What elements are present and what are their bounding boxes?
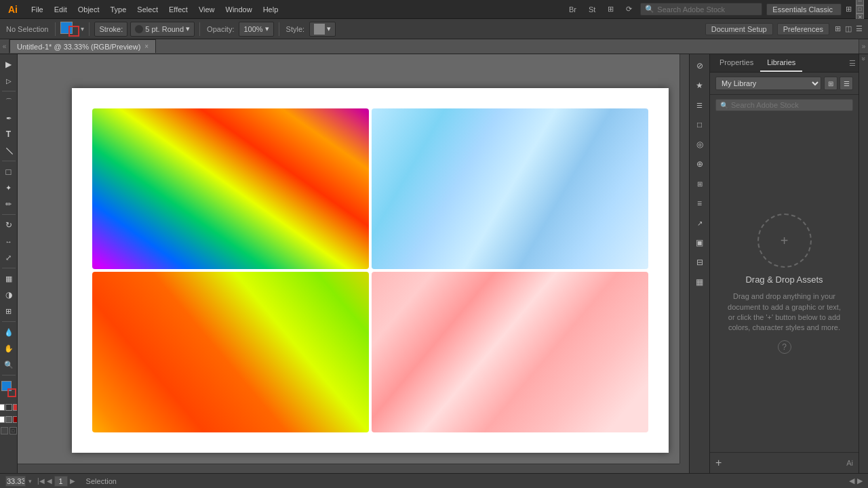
mode-swatch-3[interactable] xyxy=(13,416,18,423)
scatter-panel-icon[interactable]: ⊕ xyxy=(691,155,709,173)
zoom-tool[interactable]: 🔍 xyxy=(1,357,16,372)
typekit-button[interactable]: St xyxy=(585,4,599,15)
screen-mode-2[interactable]: □ xyxy=(9,427,17,434)
libraries-tab[interactable]: Libraries xyxy=(760,54,802,72)
hand-tool[interactable]: ✋ xyxy=(1,341,16,356)
artboard-panel-icon[interactable]: ▣ xyxy=(691,234,709,251)
left-panel-collapse[interactable]: « xyxy=(0,39,9,54)
sync-icon[interactable]: ⟳ xyxy=(622,3,636,15)
minimize-button[interactable]: ─ xyxy=(856,0,864,5)
panel-menu-icon[interactable]: ☰ xyxy=(849,59,856,68)
selection-tool[interactable]: ▶ xyxy=(1,57,16,72)
text-tool[interactable]: T xyxy=(1,127,16,142)
grid-view-btn[interactable]: ⊞ xyxy=(824,77,837,90)
stock-search-input[interactable] xyxy=(731,101,848,109)
arrange-icon-3[interactable]: ☰ xyxy=(854,23,864,35)
library-selector[interactable]: My Library xyxy=(715,77,821,90)
zoom-input[interactable] xyxy=(5,476,26,487)
prev-page-btn[interactable]: ◀ xyxy=(47,477,52,485)
image-grid xyxy=(72,88,669,453)
menu-file[interactable]: File xyxy=(26,4,49,15)
arrange-icon-1[interactable]: ⊞ xyxy=(833,23,842,35)
stroke-color-swatch[interactable] xyxy=(68,26,79,37)
next-page-btn[interactable]: ▶ xyxy=(70,477,75,485)
graph-tool[interactable]: ▦ xyxy=(1,271,16,286)
menu-type[interactable]: Type xyxy=(105,4,132,15)
direct-selection-tool[interactable]: ▷ xyxy=(1,73,16,88)
layers-panel-icon[interactable]: ≡ xyxy=(691,195,709,212)
rotate-tool[interactable]: ↻ xyxy=(1,218,16,232)
search-bar: 🔍 xyxy=(640,3,762,16)
style-swatch[interactable]: ▾ xyxy=(309,22,336,37)
appearance-panel-icon[interactable]: ◎ xyxy=(691,136,709,153)
align-panel-icon[interactable]: ⊟ xyxy=(691,253,709,271)
dnd-circle: + xyxy=(757,214,812,268)
menu-window[interactable]: Window xyxy=(220,4,258,15)
right-panel-collapse[interactable]: » xyxy=(859,39,868,54)
table-panel-icon[interactable]: ▦ xyxy=(691,273,709,291)
tab-spacer xyxy=(156,39,859,54)
transform-panel-icon[interactable]: ⊞ xyxy=(691,175,709,192)
rect-tool[interactable]: □ xyxy=(1,164,16,179)
pen-tool[interactable]: ✒ xyxy=(1,110,16,125)
lasso-tool[interactable]: ⌒ xyxy=(1,94,16,109)
preferences-button[interactable]: Preferences xyxy=(777,23,829,35)
zoom-dropdown[interactable]: ▾ xyxy=(28,478,32,485)
page-input[interactable] xyxy=(54,476,68,487)
image-cell-blue xyxy=(372,108,648,269)
brush-panel-icon[interactable]: ⊘ xyxy=(691,57,709,75)
maximize-button[interactable]: □ xyxy=(856,5,864,14)
vertical-scrollbar[interactable] xyxy=(679,54,689,464)
screen-mode-1[interactable] xyxy=(1,427,8,434)
panel-footer: + Ai xyxy=(710,452,859,473)
link-external-icon[interactable]: ↗ xyxy=(691,214,709,232)
mode-swatch-2[interactable] xyxy=(5,416,12,423)
symbol-panel-icon[interactable]: ★ xyxy=(691,77,709,94)
rectangle-panel-icon[interactable]: □ xyxy=(691,116,709,134)
arrange-icon[interactable]: ⊞ xyxy=(846,5,852,14)
mode-swatch-1[interactable] xyxy=(0,416,5,423)
document-setup-button[interactable]: Document Setup xyxy=(705,23,773,35)
white-swatch[interactable] xyxy=(0,404,5,411)
list-view-btn[interactable]: ☰ xyxy=(840,77,853,90)
dnd-help-button[interactable]: ? xyxy=(778,340,791,354)
libraries-panel-icon[interactable]: ☰ xyxy=(691,96,709,114)
properties-tab[interactable]: Properties xyxy=(713,54,760,72)
bridge-button[interactable]: Br xyxy=(565,4,580,15)
menu-help[interactable]: Help xyxy=(258,4,284,15)
search-input[interactable] xyxy=(657,5,757,14)
eyedropper-tool[interactable]: 💧 xyxy=(1,325,16,340)
separator-2 xyxy=(89,22,90,36)
document-tab[interactable]: Untitled-1* @ 33.33% (RGB/Preview) × xyxy=(9,39,156,53)
opacity-input[interactable]: 100% ▾ xyxy=(239,22,273,37)
scale-tool[interactable]: ⤢ xyxy=(1,250,16,265)
gradient-tool[interactable]: ◑ xyxy=(1,287,16,302)
menu-view[interactable]: View xyxy=(193,4,220,15)
far-right-collapse[interactable]: » xyxy=(860,57,867,61)
default-swatches xyxy=(0,404,18,411)
menu-object[interactable]: Object xyxy=(73,4,105,15)
doc-tab-close[interactable]: × xyxy=(144,43,149,50)
status-prev-arrow[interactable]: ◀ xyxy=(849,476,854,485)
color-options-icon[interactable]: ▾ xyxy=(81,25,84,33)
menu-edit[interactable]: Edit xyxy=(49,4,73,15)
black-swatch[interactable] xyxy=(5,404,12,411)
mirror-tool[interactable]: ↔ xyxy=(1,234,16,249)
stroke-swatch[interactable] xyxy=(7,388,16,397)
horizontal-scrollbar[interactable] xyxy=(18,464,679,473)
menu-effect[interactable]: Effect xyxy=(163,4,193,15)
menu-select[interactable]: Select xyxy=(132,4,163,15)
grid-icon[interactable]: ⊞ xyxy=(604,3,618,15)
brush-tool[interactable]: ✦ xyxy=(1,180,16,195)
page-navigation: |◀ ◀ ▶ xyxy=(37,476,75,487)
red-swatch[interactable] xyxy=(13,404,18,411)
first-page-btn[interactable]: |◀ xyxy=(37,477,45,485)
workspace-selector[interactable]: Essentials Classic xyxy=(766,3,842,16)
pencil-tool[interactable]: ✏ xyxy=(1,197,16,211)
status-next-arrow[interactable]: ▶ xyxy=(857,476,863,485)
add-asset-button[interactable]: + xyxy=(715,457,722,469)
line-tool[interactable]: | xyxy=(0,140,18,161)
brush-size-selector[interactable]: 5 pt. Round ▾ xyxy=(130,22,195,37)
mesh-tool[interactable]: ⊞ xyxy=(1,304,16,319)
arrange-icon-2[interactable]: ◫ xyxy=(844,23,853,35)
